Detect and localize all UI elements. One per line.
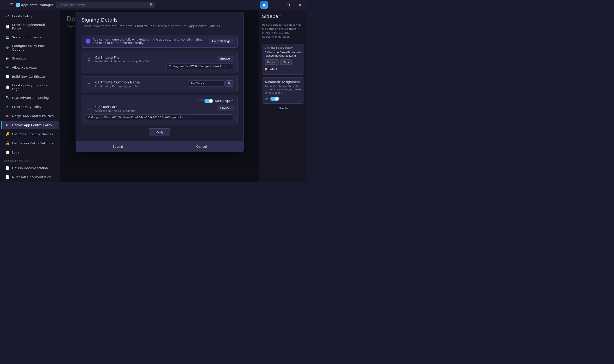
cert-file-row: ⚙ Certificate File Its details will be a… <box>86 56 233 69</box>
deny-icon: ✕ <box>5 104 10 109</box>
play-icon: ▶ <box>5 56 10 60</box>
close-button[interactable]: ✕ <box>296 1 304 8</box>
right-panel-title: Sidebar <box>262 13 304 19</box>
logs-icon: 📋 <box>5 150 10 155</box>
sidebar-item-label: GitHub Documentation <box>12 166 48 170</box>
app-name: AppControl Manager <box>16 3 53 7</box>
sidebar-item-label: Get Secure Policy Settings <box>12 142 53 145</box>
cert-file-gear-icon: ⚙ <box>86 56 92 63</box>
sidebar-item-label: Merge App Control Policies <box>12 114 53 118</box>
submit-button[interactable]: Submit <box>76 141 160 152</box>
cert-common-name-label: Certificate Common Name <box>95 80 186 84</box>
search-cert-button[interactable]: 🔍 <box>226 80 233 87</box>
app-name-label: AppControl Manager <box>21 3 53 7</box>
sidebar-item-logs[interactable]: 📋 Logs <box>1 148 59 156</box>
auto-assign-toggle[interactable] <box>270 97 279 101</box>
titlebar: ← ☰ AppControl Manager 🔍 ■ − ❐ ✕ <box>0 0 307 10</box>
auto-acquire-off-label: Off <box>198 99 202 103</box>
cert-icon: 📄 <box>5 74 10 79</box>
merge-icon: ⊕ <box>5 114 10 118</box>
main-layout: 🛡 Create Policy 📋 Create Supplemental Po… <box>0 10 307 182</box>
info-banner: ! You can configure the following detail… <box>81 35 238 48</box>
sidebar-item-configure-policy[interactable]: ⚙ Configure Policy Rule Options <box>1 42 59 53</box>
cert-file-desc: Its details will be added to the policy … <box>95 60 163 63</box>
sidebar-item-deny-policy[interactable]: ✕ Create Deny Policy <box>1 102 59 111</box>
modal-subtitle: Please provide the required details that… <box>81 24 238 28</box>
sidebar-item-github-docs[interactable]: 📄 GitHub Documentation <box>1 164 59 172</box>
signtool-gear-icon: ⚙ <box>86 105 92 112</box>
sidebar-item-label: Allow New Apps <box>12 66 37 69</box>
go-to-settings-button[interactable]: Go to Settings <box>209 38 233 44</box>
modal-overlay: Signing Details Please provide the requi… <box>60 10 259 182</box>
guide-link[interactable]: Guide <box>262 106 304 110</box>
restore-button[interactable]: ❐ <box>284 1 293 8</box>
policy-box: Unsigned Base Policy C:\Users\HotCakeX\D… <box>262 44 304 75</box>
sidebar-item-label: Create Supplemental Policy <box>12 23 55 30</box>
cert-common-name-desc: Used during the signing operation <box>95 85 186 88</box>
signing-details-modal: Signing Details Please provide the requi… <box>76 12 243 152</box>
signtool-desc: Used to sign the policy CIP file <box>95 109 214 112</box>
cert-name-row: ⚙ Certificate Common Name Used during th… <box>86 80 233 88</box>
auto-assign-toggle-row: On <box>265 97 302 101</box>
cert-file-section: ⚙ Certificate File Its details will be a… <box>81 52 238 73</box>
deploy-icon: 🖥 <box>5 123 10 127</box>
auto-assign-on-label: On <box>265 97 268 101</box>
modal-body: ! You can configure the following detail… <box>76 31 243 141</box>
sidebar-item-label: Build New Certificate <box>12 75 45 78</box>
sidebar-item-label: MDE Advanced Hunting <box>12 96 49 100</box>
signtool-label: SignTool Path <box>95 105 214 109</box>
sidebar-item-label: Create Policy <box>12 14 32 18</box>
policy-browse-button[interactable]: Browse <box>265 59 279 65</box>
doc-icon: 📋 <box>5 25 10 29</box>
cert-name-gear-icon: ⚙ <box>86 81 92 88</box>
sidebar-item-event-logs[interactable]: 📋 Create policy from Event Logs <box>1 81 59 93</box>
policy-path: C:\Users\HotCakeX\Downloads\SignedAndRep… <box>265 51 302 58</box>
app-icon <box>16 3 20 7</box>
cert-file-path: C:\Program Files\WDACConfig\HotCakeX.cer <box>166 63 233 69</box>
sidebar-item-build-cert[interactable]: 📄 Build New Certificate <box>1 72 59 81</box>
sidebar-item-code-integrity[interactable]: 🔑 Get Code Integrity Hashes <box>1 130 59 138</box>
auto-assign-desc: Automatically save the path to the base … <box>265 85 302 95</box>
modal-title: Signing Details <box>81 17 238 23</box>
select-dot-icon <box>265 68 267 70</box>
github-icon: 📄 <box>5 166 10 170</box>
sidebar-item-simulation[interactable]: ▶ Simulation <box>1 54 59 63</box>
cert-file-controls: Browse C:\Program Files\WDACConfig\HotCa… <box>166 56 233 69</box>
sidebar-item-ms-docs[interactable]: 📄 Microsoft Documentation <box>1 173 59 181</box>
search-input[interactable] <box>56 2 155 8</box>
sidebar-item-label: Logs <box>12 151 19 154</box>
signtool-path-display: C:\Program Files (x86)\Windows Kits\10\b… <box>86 114 233 120</box>
cert-name-labels: Certificate Common Name Used during the … <box>95 80 186 88</box>
policy-select-button[interactable]: Select <box>265 67 302 72</box>
sidebar-item-allow-new-apps[interactable]: ❤ Allow New Apps <box>1 63 59 72</box>
sidebar-item-create-policy[interactable]: 🛡 Create Policy <box>1 12 59 20</box>
sidebar-item-mde[interactable]: 🔍 MDE Advanced Hunting <box>1 93 59 102</box>
sidebar-item-merge[interactable]: ⊕ Merge App Control Policies <box>1 112 59 120</box>
policy-clear-button[interactable]: Clear <box>280 59 292 65</box>
menu-button[interactable]: ☰ <box>10 3 13 7</box>
sidebar-item-update[interactable]: ❤ Update <box>1 182 59 182</box>
cert-browse-button[interactable]: Browse <box>217 56 233 62</box>
cert-common-name-input[interactable] <box>188 80 225 87</box>
minimize-button[interactable]: − <box>273 1 281 8</box>
signtool-browse-button[interactable]: Browse <box>217 105 233 111</box>
heart-icon: ❤ <box>5 65 10 70</box>
right-panel-description: Use the sidebar to select XML file paths… <box>262 23 304 39</box>
info-icon: ! <box>86 39 91 44</box>
policy-select-label: Select <box>268 68 277 71</box>
sidebar-item-deploy[interactable]: 🖥 Deploy App Control Policy <box>1 121 59 129</box>
app-cube-icon: ■ <box>260 1 268 9</box>
lock-icon: 🔒 <box>5 141 10 145</box>
sidebar-item-create-supplemental[interactable]: 📋 Create Supplemental Policy <box>1 21 59 32</box>
sidebar-item-label: Create Deny Policy <box>12 105 41 109</box>
signtool-controls: Browse <box>217 105 233 111</box>
key-icon: 🔑 <box>5 132 10 136</box>
verify-button[interactable]: Verify <box>149 128 171 136</box>
auto-acquire-toggle[interactable] <box>204 99 213 103</box>
sidebar-item-system-info[interactable]: 💻 System Information <box>1 33 59 41</box>
sidebar-item-secure-settings[interactable]: 🔒 Get Secure Policy Settings <box>1 139 59 147</box>
info-banner-text: You can configure the following details … <box>93 38 206 45</box>
back-button[interactable]: ← <box>3 3 7 7</box>
gear-icon: ⚙ <box>5 46 10 50</box>
cancel-button[interactable]: Cancel <box>160 141 243 152</box>
